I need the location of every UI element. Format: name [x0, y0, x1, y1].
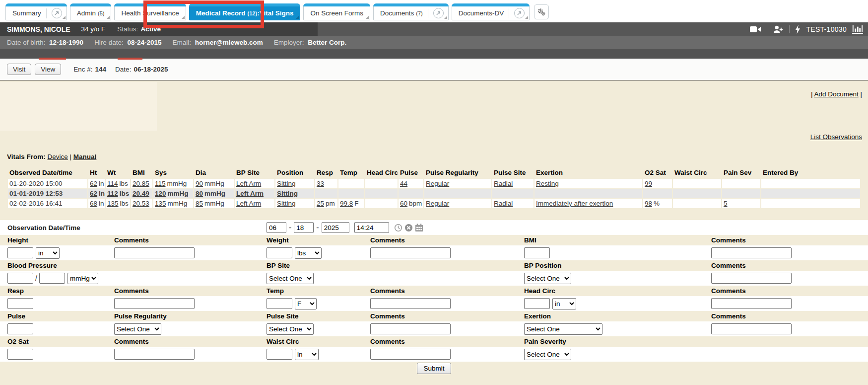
vital-value-link[interactable]: 62 — [90, 180, 97, 187]
resp-input[interactable] — [7, 298, 33, 309]
popout-arrow-icon[interactable] — [433, 8, 444, 18]
pain-severity-select[interactable]: Select One — [524, 349, 571, 360]
vital-value-link[interactable]: 135 — [107, 200, 119, 207]
bp-site-select[interactable]: Select One — [267, 273, 314, 284]
vital-value-link[interactable]: 99.8 — [340, 200, 353, 207]
popout-arrow-icon[interactable] — [52, 8, 62, 18]
tab-medical-record-vital-signs[interactable]: Medical Record (12) :Vital Signs — [189, 3, 301, 20]
vital-value-link[interactable]: 25 — [317, 200, 324, 207]
vital-value-link[interactable]: Resting — [536, 180, 559, 187]
tab-on-screen-forms[interactable]: On Screen Forms — [303, 3, 370, 20]
vital-value-link[interactable]: 115 — [155, 180, 166, 187]
clock-icon[interactable] — [394, 224, 402, 232]
vital-value-link[interactable]: Sitting — [277, 180, 296, 187]
bp-unit-select[interactable]: mmHg — [67, 273, 98, 284]
list-observations-link[interactable]: List Observations — [810, 133, 862, 141]
lightning-bolt-icon[interactable] — [795, 25, 801, 34]
vital-value-link[interactable]: Radial — [494, 200, 513, 207]
vital-value-link[interactable]: 135 — [155, 200, 166, 207]
bmi-comments-input[interactable] — [711, 247, 792, 258]
vital-value-link[interactable]: 80 — [196, 190, 203, 197]
patient-name-panel: SIMMONS, NICOLE 34 y/o F Status: Active — [0, 22, 318, 36]
submit-button[interactable]: Submit — [417, 363, 451, 374]
vital-value-link[interactable]: 68 — [90, 200, 97, 207]
temp-unit-select[interactable]: F — [295, 298, 317, 309]
vital-value-link[interactable]: Radial — [494, 180, 513, 187]
tab-health-surveillance[interactable]: Health Surveillance — [114, 3, 186, 20]
vital-value-link[interactable]: 62 — [90, 190, 97, 197]
vital-value-link[interactable]: 99 — [645, 180, 652, 187]
bp-position-select[interactable]: Select One — [524, 273, 571, 284]
settings-gears-icon[interactable] — [534, 4, 549, 19]
waist-circ-unit-select[interactable]: in — [295, 349, 319, 360]
obs-month-input[interactable] — [267, 222, 286, 233]
vital-value-link[interactable]: 33 — [317, 180, 324, 187]
visit-button[interactable]: Visit — [7, 64, 31, 75]
head-circ-input[interactable] — [524, 298, 550, 309]
vital-value-link[interactable]: 20.49 — [133, 190, 149, 197]
pulse-site-select[interactable]: Select One — [267, 323, 314, 335]
waist-circ-input[interactable] — [267, 349, 292, 360]
vital-value-link[interactable]: Sitting — [277, 200, 296, 207]
tab-summary[interactable]: Summary — [5, 3, 67, 20]
vital-value-link[interactable]: 120 — [155, 190, 166, 197]
view-button[interactable]: View — [35, 64, 61, 75]
bp-diastolic-input[interactable] — [39, 273, 65, 284]
vital-value-link[interactable]: Regular — [426, 200, 449, 207]
o2-sat-input[interactable] — [7, 349, 33, 360]
pulse-comments-input[interactable] — [370, 323, 451, 334]
tab-admin[interactable]: Admin (5) — [70, 3, 112, 20]
calendar-icon[interactable] — [415, 224, 423, 232]
weight-unit-select[interactable]: lbs — [295, 247, 322, 259]
vital-value-link[interactable]: 112 — [107, 190, 118, 197]
vital-value-link[interactable]: 20.53 — [133, 200, 149, 207]
vital-value-link[interactable]: Left Arm — [236, 190, 264, 197]
weight-input[interactable] — [267, 247, 292, 258]
demographic-pair: Hire date: 08-24-2015 — [94, 39, 161, 46]
bp-systolic-input[interactable] — [7, 273, 33, 284]
video-camera-icon[interactable] — [749, 25, 761, 33]
obs-year-input[interactable] — [322, 222, 349, 233]
vital-value-link[interactable]: Immediately after exertion — [536, 200, 613, 207]
vital-value-link[interactable]: Regular — [426, 180, 449, 187]
vital-value-link[interactable]: 114 — [107, 180, 118, 187]
add-person-icon[interactable] — [773, 25, 784, 34]
bar-chart-icon[interactable] — [852, 25, 863, 34]
exertion-comments-input[interactable] — [711, 323, 792, 334]
vital-value-link[interactable]: 98 — [645, 200, 652, 207]
height-input[interactable] — [7, 247, 33, 258]
bmi-input[interactable] — [524, 247, 550, 258]
waist-circ-comments-input[interactable] — [370, 349, 451, 360]
tab-documents[interactable]: Documents (7) — [373, 3, 449, 20]
popout-arrow-icon[interactable] — [514, 8, 525, 18]
manual-link[interactable]: Manual — [73, 153, 97, 160]
vital-value-link[interactable]: 20.85 — [133, 180, 149, 187]
vital-value-link[interactable]: 85 — [196, 200, 203, 207]
weight-comments-input[interactable] — [370, 247, 451, 258]
height-unit-select[interactable]: in — [36, 247, 60, 259]
clear-x-icon[interactable] — [404, 224, 413, 232]
vital-value-link[interactable]: 5 — [724, 200, 728, 207]
obs-time-input[interactable] — [354, 222, 389, 233]
add-document-link[interactable]: Add Document — [814, 90, 858, 98]
resp-comments-input[interactable] — [114, 298, 195, 309]
temp-comments-input[interactable] — [370, 298, 451, 309]
o2-sat-comments-input[interactable] — [114, 349, 195, 360]
height-comments-input[interactable] — [114, 247, 195, 258]
exertion-select[interactable]: Select One — [524, 323, 602, 335]
vital-value-link[interactable]: Left Arm — [236, 180, 261, 187]
temp-input[interactable] — [267, 298, 292, 309]
head-circ-unit-select[interactable]: in — [552, 298, 576, 309]
vital-value-link[interactable]: 44 — [400, 180, 407, 187]
tab-documents-dv[interactable]: Documents-DV — [452, 3, 530, 20]
vital-value-link[interactable]: 60 — [400, 200, 407, 207]
vital-value-link[interactable]: Left Arm — [236, 200, 261, 207]
vital-value-link[interactable]: Sitting — [277, 190, 298, 197]
head-circ-comments-input[interactable] — [711, 298, 792, 309]
pulse-input[interactable] — [7, 323, 33, 334]
device-link[interactable]: Device — [48, 153, 68, 160]
bp-comments-input[interactable] — [711, 273, 792, 284]
obs-day-input[interactable] — [294, 222, 314, 233]
vital-value-link[interactable]: 90 — [196, 180, 203, 187]
pulse-regularity-select[interactable]: Select One — [114, 323, 161, 335]
